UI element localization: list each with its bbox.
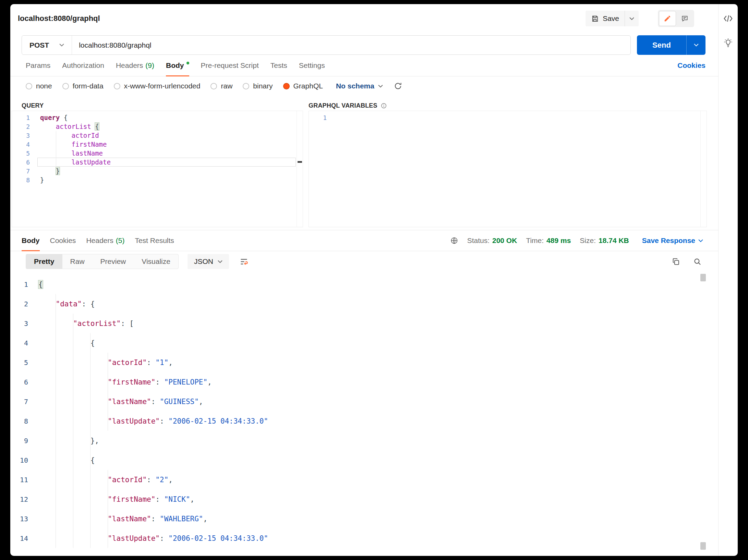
query-pane: QUERY 1query {2 actorList {3 actorId4 fi… bbox=[12, 96, 303, 227]
code-snippet-button[interactable] bbox=[723, 14, 733, 23]
url-bar: POST localhost:8080/graphql bbox=[22, 35, 631, 55]
line-number: 3 bbox=[12, 132, 30, 139]
query-label: QUERY bbox=[12, 100, 303, 111]
tab-headers[interactable]: Headers(9) bbox=[116, 55, 154, 76]
view-pretty[interactable]: Pretty bbox=[26, 254, 62, 269]
copy-icon bbox=[672, 257, 680, 266]
line-number: 8 bbox=[10, 417, 28, 425]
tab-params[interactable]: Params bbox=[26, 55, 50, 76]
chevron-down-icon bbox=[698, 239, 703, 242]
lightbulb-icon bbox=[723, 38, 733, 48]
schema-selector[interactable]: No schema bbox=[336, 82, 383, 90]
hints-button[interactable] bbox=[723, 38, 733, 48]
send-options-chevron[interactable] bbox=[686, 35, 705, 55]
line-number: 10 bbox=[10, 456, 28, 464]
code-line: 1{ bbox=[10, 275, 718, 294]
code-line: 2 actorList { bbox=[12, 122, 303, 131]
code-line: 5 "actorId": "1", bbox=[10, 353, 718, 372]
response-view-switcher: Pretty Raw Preview Visualize bbox=[26, 254, 179, 269]
refresh-icon bbox=[394, 82, 402, 90]
url-input[interactable]: localhost:8080/graphql bbox=[72, 36, 630, 54]
response-tab-cookies[interactable]: Cookies bbox=[50, 230, 76, 251]
cookies-link[interactable]: Cookies bbox=[677, 61, 705, 70]
tab-tests[interactable]: Tests bbox=[270, 55, 287, 76]
line-number: 4 bbox=[12, 141, 30, 148]
code-line: 1query { bbox=[12, 113, 303, 122]
code-icon bbox=[723, 14, 733, 23]
editor-scroll-track bbox=[700, 111, 701, 227]
search-response-button[interactable] bbox=[693, 257, 702, 266]
body-type-x-www-form-urlencoded[interactable]: x-www-form-urlencoded bbox=[114, 82, 201, 90]
size-badge: Size:18.74 KB bbox=[580, 236, 629, 245]
response-tab-test-results[interactable]: Test Results bbox=[135, 230, 174, 251]
comments-button[interactable] bbox=[676, 11, 693, 26]
tab-body[interactable]: Body bbox=[166, 55, 189, 76]
body-type-none[interactable]: none bbox=[26, 82, 52, 90]
view-raw[interactable]: Raw bbox=[62, 254, 93, 269]
chevron-down-icon bbox=[218, 260, 222, 263]
response-body-editor[interactable]: 1{2 "data": {3 "actorList": [4 {5 "actor… bbox=[10, 272, 718, 556]
body-type-form-data[interactable]: form-data bbox=[62, 82, 104, 90]
response-format-select[interactable]: JSON bbox=[188, 254, 229, 269]
response-toolbar-icons bbox=[672, 257, 703, 266]
edit-description-button[interactable] bbox=[659, 11, 676, 26]
code-line: 14 "lastUpdate": "2006-02-15 04:34:33.0" bbox=[10, 528, 718, 548]
line-number: 8 bbox=[12, 176, 30, 184]
code-line: 12 "firstName": "NICK", bbox=[10, 489, 718, 509]
view-preview[interactable]: Preview bbox=[93, 254, 134, 269]
line-number: 1 bbox=[10, 280, 28, 289]
code-line: 10 { bbox=[10, 450, 718, 470]
request-url-row: POST localhost:8080/graphql Send bbox=[22, 35, 705, 55]
body-type-graphql[interactable]: GraphQL bbox=[283, 82, 323, 90]
line-number: 14 bbox=[10, 534, 28, 543]
radio-icon bbox=[243, 83, 249, 89]
method-select[interactable]: POST bbox=[22, 36, 72, 54]
body-type-binary[interactable]: binary bbox=[243, 82, 273, 90]
network-info-button[interactable] bbox=[450, 236, 458, 245]
code-line: 8} bbox=[12, 175, 303, 184]
body-type-raw[interactable]: raw bbox=[210, 82, 232, 90]
code-line: 7 "lastName": "GUINESS", bbox=[10, 392, 718, 411]
line-number: 11 bbox=[10, 476, 28, 484]
radio-icon bbox=[210, 83, 217, 89]
main-area: localhost:8080/graphql Save bbox=[10, 4, 718, 556]
tab-settings[interactable]: Settings bbox=[299, 55, 325, 76]
line-number: 9 bbox=[10, 437, 28, 445]
variables-pane: GRAPHQL VARIABLES 1 bbox=[309, 96, 707, 227]
radio-icon bbox=[26, 83, 32, 89]
request-title: localhost:8080/graphql bbox=[18, 14, 100, 23]
tab-authorization[interactable]: Authorization bbox=[62, 55, 104, 76]
code-line: 8 "lastUpdate": "2006-02-15 04:34:33.0" bbox=[10, 411, 718, 431]
variables-editor[interactable]: 1 bbox=[309, 111, 707, 227]
line-number: 7 bbox=[10, 398, 28, 406]
tab-pre-request-script[interactable]: Pre-request Script bbox=[201, 55, 259, 76]
line-number: 12 bbox=[10, 495, 28, 503]
refresh-schema-button[interactable] bbox=[394, 82, 402, 90]
save-options-chevron[interactable] bbox=[625, 11, 639, 26]
line-number: 5 bbox=[10, 358, 28, 367]
response-tab-headers[interactable]: Headers(5) bbox=[86, 230, 124, 251]
wrap-lines-button[interactable] bbox=[236, 254, 252, 269]
headers-count: (9) bbox=[145, 61, 154, 70]
save-response-button[interactable]: Save Response bbox=[642, 236, 703, 245]
chevron-down-icon bbox=[694, 44, 699, 47]
query-editor[interactable]: 1query {2 actorList {3 actorId4 firstNam… bbox=[12, 111, 303, 227]
response-tab-body[interactable]: Body bbox=[22, 230, 40, 251]
radio-selected-icon bbox=[283, 83, 290, 89]
save-icon bbox=[591, 15, 599, 23]
radio-icon bbox=[114, 83, 120, 89]
request-tabs: Params Authorization Headers(9) Body Pre… bbox=[10, 55, 718, 76]
view-visualize[interactable]: Visualize bbox=[134, 254, 178, 269]
line-number: 1 bbox=[12, 114, 30, 121]
response-headers-count: (5) bbox=[116, 236, 125, 245]
edit-comment-group bbox=[658, 10, 694, 27]
comment-icon bbox=[681, 15, 689, 23]
pencil-icon bbox=[664, 15, 671, 22]
send-button[interactable]: Send bbox=[637, 35, 686, 55]
line-number: 2 bbox=[10, 300, 28, 308]
code-line: 3 "actorList": [ bbox=[10, 314, 718, 333]
save-button[interactable]: Save bbox=[586, 11, 625, 26]
line-number: 5 bbox=[12, 150, 30, 157]
copy-response-button[interactable] bbox=[672, 257, 680, 266]
editor-scroll-track bbox=[297, 111, 297, 227]
